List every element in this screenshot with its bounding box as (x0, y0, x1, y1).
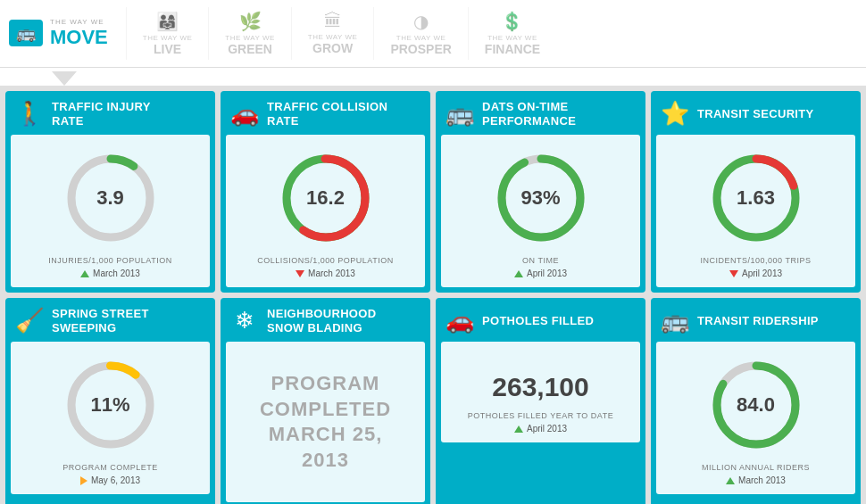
grow-icon: 🏛 (324, 11, 342, 31)
arrow-indicator (52, 71, 77, 86)
card-header-spring-street: 🧹 SPRING STREETSWEEPING (5, 298, 215, 342)
traffic-injury-value: 3.9 (96, 186, 124, 210)
dats-icon: 🚌 (445, 100, 475, 128)
card-body-snow-blading: PROGRAMCOMPLETEDMARCH 25,2013 (226, 342, 425, 502)
dashboard: 🚶 TRAFFIC INJURYRATE 3.9 INJURIES/1,000 … (0, 86, 866, 504)
potholes-icon: 🚗 (445, 307, 475, 335)
potholes-date: April 2013 (514, 424, 567, 434)
nav-logo[interactable]: 🚌 THE WAY WE MOVE (9, 19, 108, 48)
traffic-collision-title: TRAFFIC COLLISIONRATE (267, 100, 387, 128)
card-body-transit-security: 1.63 INCIDENTS/100,000 TRIPS April 2013 (656, 135, 855, 287)
traffic-collision-date: March 2013 (296, 269, 355, 278)
trend-up-icon (514, 270, 523, 277)
traffic-collision-value: 16.2 (306, 186, 345, 210)
card-potholes[interactable]: 🚗 POTHOLES FILLED 263,100 POTHOLES FILLE… (436, 298, 645, 504)
traffic-collision-icon: 🚗 (229, 100, 260, 128)
snow-blading-icon: ❄ (229, 307, 260, 335)
spring-street-date: May 6, 2013 (80, 475, 140, 485)
nav-item-prosper[interactable]: ◑ THE WAY WE PROSPER (373, 7, 467, 60)
transit-ridership-value: 84.0 (737, 393, 775, 417)
card-body-traffic-collision: 16.2 COLLISIONS/1,000 POPULATION March 2… (226, 135, 425, 287)
traffic-injury-icon: 🚶 (14, 100, 45, 128)
green-small: THE WAY WE (225, 34, 275, 42)
nav-item-live[interactable]: 👨‍👩‍👧 THE WAY WE LIVE (126, 7, 209, 60)
transit-security-donut: 1.63 (707, 149, 805, 247)
trend-up-icon (80, 270, 89, 277)
spring-street-title: SPRING STREETSWEEPING (52, 307, 149, 335)
transit-ridership-icon: 🚌 (660, 307, 690, 335)
grow-label: GROW (312, 41, 353, 55)
finance-icon: 💲 (501, 11, 523, 32)
transit-security-value: 1.63 (737, 186, 775, 210)
finance-small: THE WAY WE (487, 34, 537, 42)
live-small: THE WAY WE (143, 34, 193, 42)
dats-donut: 93% (492, 149, 590, 247)
card-snow-blading[interactable]: ❄ NEIGHBOURHOODSNOW BLADING PROGRAMCOMPL… (221, 298, 430, 504)
nav-item-grow[interactable]: 🏛 THE WAY WE GROW (291, 7, 374, 60)
card-spring-street[interactable]: 🧹 SPRING STREETSWEEPING 11% PROGRAM COMP… (5, 298, 215, 504)
green-label: GREEN (228, 42, 272, 56)
trend-up-icon (726, 477, 735, 484)
card-transit-security[interactable]: ⭐ TRANSIT SECURITY 1.63 INCIDENTS/100,00… (651, 91, 861, 293)
grow-small: THE WAY WE (308, 33, 358, 41)
prosper-label: PROSPER (390, 42, 451, 56)
traffic-injury-date: March 2013 (80, 269, 140, 278)
trend-down-icon (729, 270, 738, 277)
spring-street-icon: 🧹 (14, 307, 45, 335)
nav-bar: 🚌 THE WAY WE MOVE 👨‍👩‍👧 THE WAY WE LIVE … (0, 0, 866, 68)
traffic-injury-title: TRAFFIC INJURYRATE (52, 100, 151, 128)
dats-title: DATS ON-TIMEPERFORMANCE (482, 100, 576, 128)
transit-ridership-date: March 2013 (726, 475, 786, 485)
trend-down-icon (296, 270, 304, 277)
trend-right-icon (80, 476, 87, 485)
card-header-traffic-collision: 🚗 TRAFFIC COLLISIONRATE (221, 91, 430, 135)
transit-ridership-title: TRANSIT RIDERSHIP (697, 314, 819, 328)
finance-label: FINANCE (485, 42, 540, 56)
transit-security-title: TRANSIT SECURITY (697, 107, 813, 121)
logo-title: MOVE (50, 27, 108, 48)
spring-street-donut: 11% (62, 356, 160, 454)
card-body-transit-ridership: 84.0 MILLION ANNUAL RIDERS March 2013 (656, 342, 855, 494)
potholes-title: POTHOLES FILLED (482, 314, 594, 328)
card-transit-ridership[interactable]: 🚌 TRANSIT RIDERSHIP 84.0 MILLION ANNUAL … (651, 298, 861, 504)
traffic-collision-donut: 16.2 (277, 149, 375, 247)
card-traffic-collision[interactable]: 🚗 TRAFFIC COLLISIONRATE 16.2 COLLISIONS/… (221, 91, 430, 293)
dats-date: April 2013 (514, 269, 567, 278)
live-icon: 👨‍👩‍👧 (156, 11, 179, 32)
card-traffic-injury[interactable]: 🚶 TRAFFIC INJURYRATE 3.9 INJURIES/1,000 … (5, 91, 215, 293)
arrow-row (0, 68, 866, 86)
traffic-collision-sublabel: COLLISIONS/1,000 POPULATION (257, 256, 393, 265)
nav-item-green[interactable]: 🌿 THE WAY WE GREEN (208, 7, 291, 60)
card-header-traffic-injury: 🚶 TRAFFIC INJURYRATE (5, 91, 215, 135)
prosper-icon: ◑ (413, 11, 429, 32)
green-icon: 🌿 (239, 11, 262, 32)
transit-ridership-sublabel: MILLION ANNUAL RIDERS (702, 463, 810, 472)
card-header-potholes: 🚗 POTHOLES FILLED (436, 298, 645, 342)
traffic-injury-donut: 3.9 (62, 149, 160, 247)
dats-sublabel: ON TIME (522, 256, 559, 265)
potholes-sublabel: POTHOLES FILLED YEAR TO DATE (468, 411, 613, 420)
dats-value: 93% (520, 186, 560, 210)
transit-ridership-donut: 84.0 (707, 356, 805, 454)
bus-nav-icon: 🚌 (9, 20, 43, 46)
card-body-spring-street: 11% PROGRAM COMPLETE May 6, 2013 (11, 342, 210, 494)
card-header-transit-security: ⭐ TRANSIT SECURITY (651, 91, 861, 135)
traffic-injury-sublabel: INJURIES/1,000 POPULATION (48, 256, 171, 265)
card-header-dats: 🚌 DATS ON-TIMEPERFORMANCE (436, 91, 645, 135)
potholes-value: 263,100 (492, 372, 588, 402)
transit-security-date: April 2013 (729, 269, 782, 278)
live-label: LIVE (154, 42, 181, 56)
prosper-small: THE WAY WE (396, 34, 446, 42)
card-dats[interactable]: 🚌 DATS ON-TIMEPERFORMANCE 93% ON TIME Ap… (436, 91, 645, 293)
card-body-potholes: 263,100 POTHOLES FILLED YEAR TO DATE Apr… (441, 342, 640, 442)
nav-items: 👨‍👩‍👧 THE WAY WE LIVE 🌿 THE WAY WE GREEN… (126, 7, 857, 60)
transit-security-icon: ⭐ (660, 100, 690, 128)
snow-blading-title: NEIGHBOURHOODSNOW BLADING (267, 307, 376, 335)
snow-blading-completed: PROGRAMCOMPLETEDMARCH 25,2013 (260, 371, 391, 473)
card-header-transit-ridership: 🚌 TRANSIT RIDERSHIP (651, 298, 861, 342)
nav-item-finance[interactable]: 💲 THE WAY WE FINANCE (468, 7, 556, 60)
card-body-dats: 93% ON TIME April 2013 (441, 135, 640, 287)
card-body-traffic-injury: 3.9 INJURIES/1,000 POPULATION March 2013 (11, 135, 210, 287)
trend-up-icon (514, 426, 523, 433)
transit-security-sublabel: INCIDENTS/100,000 TRIPS (701, 256, 812, 265)
